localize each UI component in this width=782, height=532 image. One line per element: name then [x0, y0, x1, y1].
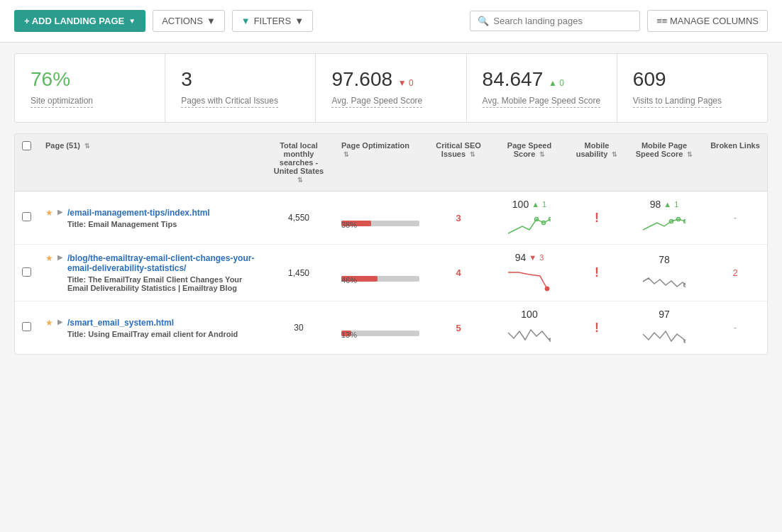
row3-page-cell: ★ ▶ /smart_email_system.html Title: Usin…	[38, 301, 263, 355]
row2-speed: 94 ▼ 3	[490, 245, 568, 301]
row2-checkbox[interactable]	[22, 267, 31, 277]
row1-mob-speed-delta: 1	[674, 200, 678, 209]
search-input[interactable]	[493, 16, 632, 26]
table-header-row: Page (51) ⇅ Total local monthly searches…	[15, 134, 767, 192]
row3-expand-icon[interactable]: ▶	[57, 318, 63, 326]
row2-speed-delta: 3	[539, 253, 544, 262]
stat-value-speed: 97.608 ▼ 0	[331, 68, 450, 91]
row2-searches: 1,450	[263, 245, 334, 301]
row2-expand-icon[interactable]: ▶	[57, 253, 63, 261]
table-row: ★ ▶ /email-management-tips/index.html Ti…	[15, 192, 767, 245]
filters-button[interactable]: ▼ FILTERS ▼	[232, 10, 313, 32]
row1-speed-sparkline	[508, 216, 551, 237]
row1-star-icon[interactable]: ★	[45, 208, 53, 218]
row3-mobile-usability: !	[568, 301, 625, 355]
header-mobile-usability[interactable]: Mobile usability ⇅	[568, 134, 625, 192]
filters-caret: ▼	[294, 16, 304, 26]
table-row: ★ ▶ /blog/the-emailtray-email-client-cha…	[15, 245, 767, 301]
row1-checkbox-cell	[15, 192, 38, 245]
sort-icon-searches: ⇅	[297, 177, 303, 184]
stat-label-speed: Avg. Page Speed Score	[331, 96, 422, 108]
header-optimization[interactable]: Page Optimization ⇅	[334, 134, 426, 192]
row3-url[interactable]: /smart_email_system.html	[67, 318, 238, 328]
row1-checkbox[interactable]	[22, 212, 31, 221]
row3-checkbox-cell	[15, 301, 38, 355]
sort-icon-speed: ⇅	[539, 151, 545, 158]
row1-mob-sparkline	[643, 216, 685, 237]
header-page[interactable]: Page (51) ⇅	[38, 134, 263, 192]
row2-checkbox-cell	[15, 245, 38, 301]
row2-excl-icon: !	[595, 265, 599, 279]
stat-label-visits: Visits to Landing Pages	[633, 96, 722, 108]
stat-mobile-speed: 84.647 ▲ 0 Avg. Mobile Page Speed Score	[467, 54, 617, 122]
row3-star-icon[interactable]: ★	[45, 318, 53, 328]
row3-searches: 30	[263, 301, 334, 355]
stat-page-speed: 97.608 ▼ 0 Avg. Page Speed Score	[316, 54, 466, 122]
header-searches[interactable]: Total local monthly searches - United St…	[263, 134, 334, 192]
row3-checkbox[interactable]	[22, 322, 31, 331]
row2-crit-value: 4	[456, 267, 461, 278]
row1-crit-value: 3	[456, 213, 461, 223]
row2-crit: 4	[426, 245, 490, 301]
add-button-label: + ADD LANDING PAGE	[24, 16, 124, 26]
row2-optim: 46%	[334, 245, 426, 301]
row1-excl-icon: !	[595, 211, 599, 225]
row2-broken-value: 2	[732, 267, 737, 278]
row2-speed-arrow: ▼	[529, 253, 536, 262]
header-critical[interactable]: Critical SEO Issues ⇅	[426, 134, 490, 192]
row2-mobile-usability: !	[568, 245, 625, 301]
row3-mob-speed-score: 97	[659, 309, 670, 320]
row1-expand-icon[interactable]: ▶	[57, 208, 63, 216]
add-landing-page-button[interactable]: + ADD LANDING PAGE ▼	[14, 10, 145, 32]
row2-mob-sparkline	[643, 271, 685, 292]
row3-speed-sparkline	[508, 326, 551, 347]
actions-label: ACTIONS	[162, 16, 203, 26]
row3-speed: 100	[490, 301, 568, 355]
stat-visits: 609 Visits to Landing Pages	[617, 54, 767, 122]
row2-speed-sparkline	[508, 269, 551, 294]
row1-speed-delta: 1	[542, 200, 546, 209]
row2-optim-label: 46%	[341, 276, 357, 284]
stat-site-optimization: 76% Site optimization	[15, 54, 165, 122]
header-mobile-speed[interactable]: Mobile Page Speed Score ⇅	[625, 134, 703, 192]
row1-url[interactable]: /email-management-tips/index.html	[67, 208, 210, 218]
row2-star-icon[interactable]: ★	[45, 253, 53, 263]
header-speed[interactable]: Page Speed Score ⇅	[490, 134, 568, 192]
landing-pages-table: Page (51) ⇅ Total local monthly searches…	[14, 133, 768, 355]
row1-mob-speed-arrow: ▲	[663, 200, 671, 209]
row3-excl-icon: !	[595, 321, 599, 335]
sort-icon-crit: ⇅	[470, 151, 475, 158]
select-all-checkbox[interactable]	[22, 141, 31, 150]
select-all-header	[15, 134, 38, 192]
row3-optim: 13%	[334, 301, 426, 355]
row2-broken: 2	[703, 245, 767, 301]
stat-value-optimization: 76%	[31, 68, 149, 91]
row3-speed-score: 100	[521, 309, 537, 320]
row1-page-cell: ★ ▶ /email-management-tips/index.html Ti…	[38, 192, 263, 245]
manage-columns-button[interactable]: ≡≡ MANAGE COLUMNS	[647, 10, 768, 32]
row3-crit: 5	[426, 301, 490, 355]
manage-columns-label: ≡≡ MANAGE COLUMNS	[656, 16, 759, 26]
filters-label: FILTERS	[254, 16, 292, 26]
stat-label-optimization: Site optimization	[31, 96, 93, 108]
row3-mob-sparkline	[643, 326, 685, 347]
table-row: ★ ▶ /smart_email_system.html Title: Usin…	[15, 301, 767, 355]
row2-mob-speed-score: 78	[659, 254, 670, 265]
row2-url[interactable]: /blog/the-emailtray-email-client-changes…	[67, 253, 256, 273]
svg-point-6	[545, 287, 549, 291]
sort-icon-page: ⇅	[84, 143, 90, 150]
stat-value-mobile-speed: 84.647 ▲ 0	[483, 68, 601, 91]
row3-mob-speed: 97	[625, 301, 703, 355]
row1-broken-value: -	[734, 213, 737, 223]
row3-title: Title: Using EmailTray email client for …	[67, 330, 238, 338]
add-button-caret: ▼	[128, 17, 136, 25]
row1-mob-speed-score: 98	[650, 199, 661, 210]
stat-label-critical: Pages with Critical Issues	[181, 96, 278, 108]
row1-crit: 3	[426, 192, 490, 245]
row1-mob-speed: 98 ▲ 1	[625, 192, 703, 245]
row1-optim-label: 38%	[341, 221, 357, 229]
sort-icon-mob: ⇅	[612, 151, 617, 158]
row3-broken-value: -	[734, 323, 737, 333]
actions-button[interactable]: ACTIONS ▼	[153, 10, 225, 32]
sort-icon-mobspeed: ⇅	[687, 151, 693, 158]
